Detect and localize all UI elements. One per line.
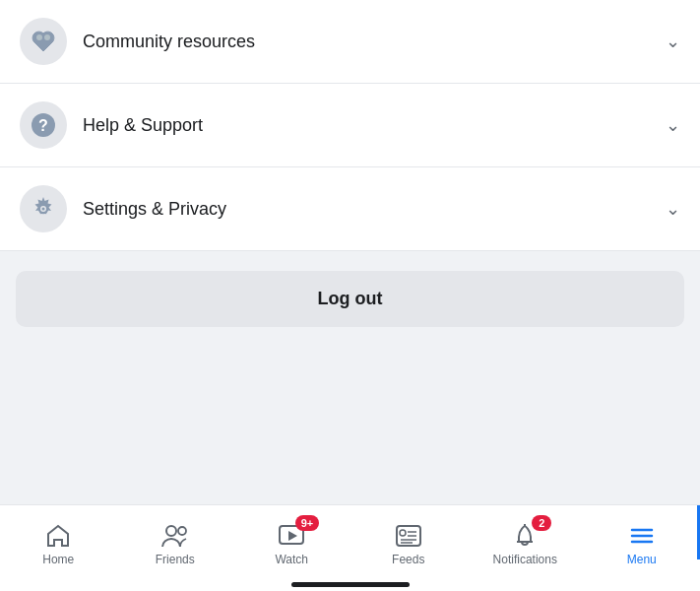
nav-item-menu[interactable]: Menu [584, 505, 701, 591]
help-support-item[interactable]: ? Help & Support ⌄ [0, 84, 700, 167]
nav-item-home[interactable]: Home [0, 505, 117, 591]
nav-menu-label: Menu [627, 553, 657, 566]
settings-privacy-item[interactable]: Settings & Privacy ⌄ [0, 167, 700, 251]
svg-point-0 [36, 34, 42, 40]
menu-icon [629, 523, 655, 549]
bottom-nav: Home Friends 9+ Watch [0, 504, 700, 591]
nav-item-watch[interactable]: 9+ Watch [233, 505, 350, 591]
watch-icon: 9+ [278, 523, 305, 549]
community-resources-icon [20, 18, 67, 65]
nav-item-friends[interactable]: Friends [117, 505, 234, 591]
watch-badge: 9+ [295, 515, 320, 531]
community-resources-label: Community resources [83, 32, 666, 52]
main-content: Community resources ⌄ ? Help & Support ⌄… [0, 0, 700, 347]
logout-button[interactable]: Log out [16, 271, 684, 327]
svg-point-6 [42, 208, 45, 211]
nav-friends-label: Friends [156, 553, 195, 566]
svg-text:?: ? [38, 117, 48, 134]
help-support-chevron: ⌄ [666, 114, 680, 136]
svg-point-7 [166, 526, 176, 536]
notifications-badge: 2 [532, 515, 551, 531]
community-resources-item[interactable]: Community resources ⌄ [0, 0, 700, 84]
svg-point-8 [178, 527, 186, 535]
nav-notifications-label: Notifications [493, 553, 557, 566]
friends-icon [160, 523, 190, 549]
nav-item-notifications[interactable]: 2 Notifications [467, 505, 584, 591]
home-indicator [291, 582, 410, 587]
nav-home-label: Home [42, 553, 74, 566]
feeds-icon [395, 523, 422, 549]
svg-point-1 [44, 34, 50, 40]
settings-privacy-icon [20, 185, 67, 232]
logout-section: Log out [0, 251, 700, 347]
nav-watch-label: Watch [275, 553, 308, 566]
nav-item-feeds[interactable]: Feeds [350, 505, 468, 591]
settings-privacy-chevron: ⌄ [666, 198, 680, 220]
home-icon [45, 523, 71, 549]
svg-marker-10 [288, 531, 297, 541]
notifications-icon: 2 [512, 523, 538, 549]
community-resources-chevron: ⌄ [666, 31, 680, 52]
help-support-label: Help & Support [83, 115, 666, 136]
settings-privacy-label: Settings & Privacy [83, 199, 666, 220]
svg-point-12 [400, 530, 406, 536]
help-support-icon: ? [20, 101, 67, 149]
nav-feeds-label: Feeds [392, 553, 424, 566]
